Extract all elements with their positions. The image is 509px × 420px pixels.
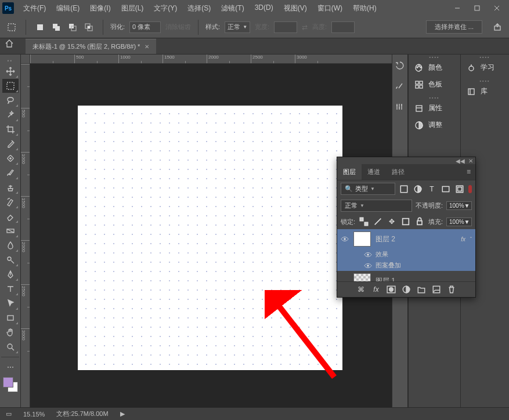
select-and-mask-button[interactable]: 选择并遮住 ...: [426, 20, 482, 34]
move-tool[interactable]: [2, 64, 19, 78]
feather-input[interactable]: [129, 21, 161, 33]
lock-pixels-icon[interactable]: [373, 216, 383, 227]
tab-channels[interactable]: 通道: [362, 164, 386, 180]
panel-collapse-icon[interactable]: ◀◀: [456, 158, 465, 164]
menu-layer[interactable]: 图层(L): [117, 1, 149, 16]
link-layers-icon[interactable]: ⌘: [356, 285, 366, 294]
blur-tool[interactable]: [2, 238, 19, 252]
adjust-panel-icon[interactable]: [395, 102, 405, 113]
layers-panel[interactable]: ◀◀ ✕ 图层 通道 路径 ≡ 🔍类型▼ T 正常▼ 不透明度: 100%▼ 锁…: [337, 157, 476, 298]
layer-name[interactable]: 图层 1: [376, 276, 395, 282]
lock-position-icon[interactable]: ✥: [387, 216, 397, 227]
minimize-button[interactable]: [447, 1, 467, 16]
brush-tool[interactable]: [2, 166, 19, 180]
selection-subtract-icon[interactable]: [66, 20, 80, 34]
lock-transparency-icon[interactable]: [359, 216, 369, 227]
clone-stamp-tool[interactable]: [2, 180, 19, 194]
menu-3d[interactable]: 3D(D): [250, 1, 278, 16]
share-icon[interactable]: [490, 20, 504, 34]
menu-window[interactable]: 窗口(W): [313, 1, 347, 16]
properties-panel-button[interactable]: 属性: [409, 100, 460, 117]
status-zoom[interactable]: 15.15%: [23, 411, 45, 418]
hand-tool[interactable]: [2, 325, 19, 339]
filter-adjust-icon[interactable]: [413, 184, 423, 194]
path-selection-tool[interactable]: [2, 296, 19, 310]
blend-mode-select[interactable]: 正常▼: [341, 200, 412, 212]
pen-tool[interactable]: [2, 267, 19, 281]
type-tool[interactable]: [2, 282, 19, 296]
eye-icon[interactable]: [341, 235, 349, 243]
menu-file[interactable]: 文件(F): [19, 1, 50, 16]
layer-thumbnail[interactable]: [353, 231, 371, 247]
close-button[interactable]: [487, 1, 507, 16]
menu-type[interactable]: 文字(Y): [149, 1, 182, 16]
rectangle-tool[interactable]: [2, 311, 19, 325]
panel-menu-icon[interactable]: ≡: [462, 164, 475, 180]
filter-kind-select[interactable]: 🔍类型▼: [341, 183, 395, 195]
adjustments-panel-button[interactable]: 调整: [409, 117, 460, 133]
layer-thumbnail[interactable]: [353, 273, 371, 281]
status-flyout-icon[interactable]: ▶: [120, 410, 125, 418]
gradient-tool[interactable]: [2, 224, 19, 238]
new-layer-icon[interactable]: [432, 285, 441, 294]
layer-row[interactable]: 图层 2 fx ˆ: [337, 229, 475, 249]
menu-image[interactable]: 图像(I): [85, 1, 115, 16]
healing-brush-tool[interactable]: [2, 151, 19, 165]
filter-toggle[interactable]: [468, 185, 472, 193]
marquee-tool-preset-icon[interactable]: [5, 20, 19, 34]
panel-close-icon[interactable]: ✕: [468, 158, 473, 164]
menu-select[interactable]: 选择(S): [183, 1, 215, 16]
status-expand-icon[interactable]: ▭: [6, 410, 12, 418]
history-panel-icon[interactable]: [395, 60, 405, 71]
history-brush-tool[interactable]: [2, 195, 19, 209]
menu-view[interactable]: 视图(V): [279, 1, 312, 16]
libraries-panel-button[interactable]: 库: [461, 83, 509, 100]
eraser-tool[interactable]: [2, 209, 19, 223]
tab-paths[interactable]: 路径: [386, 164, 410, 180]
magic-wand-tool[interactable]: [2, 108, 19, 122]
layer-name[interactable]: 图层 2: [376, 234, 395, 244]
swatches-panel-button[interactable]: 色板: [409, 76, 460, 93]
layer-mask-icon[interactable]: [387, 285, 396, 294]
layer-row[interactable]: 图层 1: [337, 271, 475, 281]
delete-layer-icon[interactable]: [447, 285, 456, 294]
toolbar-grip[interactable]: ▪▪: [8, 58, 13, 63]
tab-layers[interactable]: 图层: [337, 164, 362, 180]
filter-smart-icon[interactable]: [454, 184, 465, 194]
selection-new-icon[interactable]: [33, 20, 47, 34]
marquee-tool[interactable]: [2, 79, 19, 93]
layer-fx-icon[interactable]: fx: [371, 285, 381, 294]
filter-type-icon[interactable]: T: [427, 184, 437, 194]
dodge-tool[interactable]: [2, 253, 19, 267]
selection-intersect-icon[interactable]: [82, 20, 96, 34]
filter-pixel-icon[interactable]: [399, 184, 409, 194]
style-select[interactable]: 正常▼: [225, 21, 250, 33]
eyedropper-tool[interactable]: [2, 137, 19, 151]
brush-panel-icon[interactable]: [395, 81, 405, 92]
color-panel-button[interactable]: 颜色: [409, 59, 460, 76]
ruler-horizontal[interactable]: 50010001500200025003000: [30, 55, 392, 64]
opacity-input[interactable]: 100%▼: [446, 201, 472, 210]
menu-edit[interactable]: 编辑(E): [52, 1, 84, 16]
filter-shape-icon[interactable]: [441, 184, 451, 194]
color-swatches[interactable]: [3, 377, 18, 392]
foreground-color-swatch[interactable]: [3, 377, 13, 388]
new-group-icon[interactable]: [417, 285, 426, 294]
tab-close-icon[interactable]: ✕: [145, 44, 149, 50]
eye-icon[interactable]: [364, 262, 372, 270]
crop-tool[interactable]: [2, 122, 19, 136]
chevron-up-icon[interactable]: ˆ: [470, 236, 472, 242]
lock-artboard-icon[interactable]: [400, 216, 411, 227]
layer-effect-row[interactable]: 效果: [337, 249, 475, 260]
menu-help[interactable]: 帮助(H): [348, 1, 381, 16]
maximize-button[interactable]: [467, 1, 487, 16]
learn-panel-button[interactable]: 学习: [461, 59, 509, 76]
home-icon[interactable]: [5, 39, 15, 49]
eye-icon[interactable]: [364, 251, 372, 259]
new-adjustment-icon[interactable]: [402, 285, 411, 294]
status-doc-size[interactable]: 文档:25.7M/8.00M: [56, 410, 108, 418]
edit-toolbar-icon[interactable]: ⋯: [2, 360, 19, 374]
ruler-origin[interactable]: [21, 55, 30, 64]
ruler-vertical[interactable]: 50010001500200025003000: [21, 64, 30, 407]
lasso-tool[interactable]: [2, 93, 19, 107]
